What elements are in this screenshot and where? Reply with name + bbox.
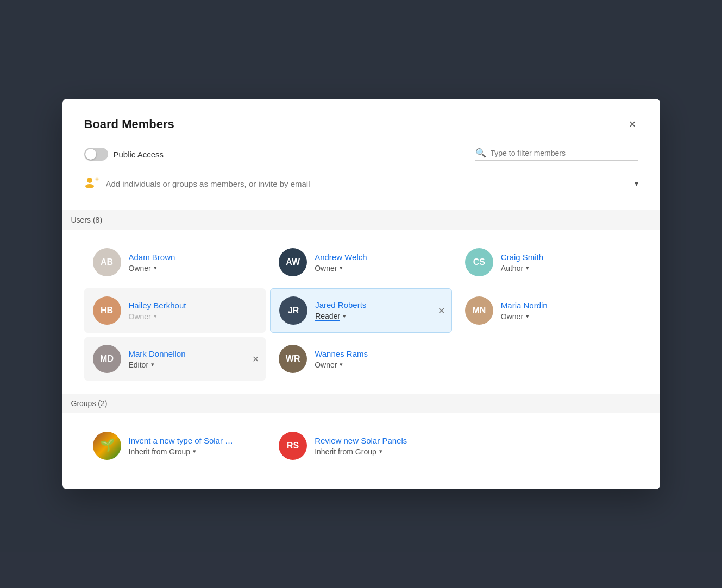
role-label[interactable]: Owner bbox=[315, 361, 337, 369]
filter-search-container: 🔍 bbox=[475, 148, 638, 161]
role-label[interactable]: Reader bbox=[315, 312, 340, 321]
remove-member-button[interactable]: ✕ bbox=[438, 306, 445, 316]
member-card: JR Jared Roberts Reader ▾ ✕ bbox=[270, 288, 452, 333]
group-card: RS Review new Solar Panels Inherit from … bbox=[270, 424, 452, 467]
svg-text:🌱: 🌱 bbox=[99, 438, 115, 452]
remove-member-button[interactable]: ✕ bbox=[252, 354, 259, 364]
group-info: Invent a new type of Solar … Inherit fro… bbox=[129, 436, 234, 456]
role-label[interactable]: Owner bbox=[315, 264, 337, 273]
modal-title: Board Members bbox=[84, 117, 174, 131]
member-info: Craig Smith Author ▾ bbox=[501, 252, 630, 273]
role-chevron-icon[interactable]: ▾ bbox=[340, 264, 343, 271]
modal-header: Board Members × bbox=[84, 116, 638, 132]
group-role-chevron-icon[interactable]: ▾ bbox=[379, 448, 382, 455]
role-chevron-icon[interactable]: ▾ bbox=[526, 313, 529, 320]
close-button[interactable]: × bbox=[627, 116, 638, 132]
group-name[interactable]: Invent a new type of Solar … bbox=[129, 436, 234, 445]
group-name[interactable]: Review new Solar Panels bbox=[315, 436, 407, 445]
member-info: Hailey Berkhout Owner ▾ bbox=[129, 301, 258, 321]
group-role: Inherit from Group ▾ bbox=[129, 447, 234, 456]
role-chevron-icon[interactable]: ▾ bbox=[154, 264, 157, 271]
users-grid: AB Adam Brown Owner ▾ AW Andrew Welch Ow… bbox=[84, 241, 638, 381]
group-role-chevron-icon[interactable]: ▾ bbox=[193, 448, 196, 455]
role-chevron-icon[interactable]: ▾ bbox=[154, 313, 157, 320]
member-info: Maria Nordin Owner ▾ bbox=[501, 301, 630, 321]
add-members-input[interactable] bbox=[106, 179, 628, 188]
add-members-chevron-icon: ▾ bbox=[635, 179, 638, 188]
member-info: Wannes Rams Owner ▾ bbox=[315, 349, 443, 369]
group-info: Review new Solar Panels Inherit from Gro… bbox=[315, 436, 407, 456]
member-role: Owner ▾ bbox=[315, 264, 443, 273]
member-info: Mark Donnellon Editor ▾ bbox=[129, 349, 258, 369]
member-role: Reader ▾ bbox=[315, 312, 443, 321]
member-name[interactable]: Adam Brown bbox=[129, 252, 258, 262]
member-card: MD Mark Donnellon Editor ▾ ✕ bbox=[84, 337, 266, 381]
public-access-control: Public Access bbox=[84, 148, 164, 161]
member-role: Owner ▾ bbox=[315, 361, 443, 369]
role-label[interactable]: Author bbox=[501, 264, 523, 273]
groups-grid: 🌱 Invent a new type of Solar … Inherit f… bbox=[84, 424, 638, 467]
groups-section-label: Groups (2) bbox=[71, 399, 108, 408]
users-section-label: Users (8) bbox=[71, 216, 103, 224]
role-label[interactable]: Owner bbox=[129, 312, 151, 321]
member-name[interactable]: Hailey Berkhout bbox=[129, 301, 258, 310]
role-chevron-icon[interactable]: ▾ bbox=[526, 264, 529, 271]
role-label[interactable]: Owner bbox=[129, 264, 151, 273]
users-section-header: Users (8) bbox=[62, 210, 660, 230]
member-name[interactable]: Maria Nordin bbox=[501, 301, 630, 310]
filter-input[interactable] bbox=[491, 149, 638, 157]
member-role: Owner ▾ bbox=[129, 264, 258, 273]
member-name[interactable]: Andrew Welch bbox=[315, 252, 443, 262]
member-role: Owner ▾ bbox=[129, 312, 258, 321]
member-info: Adam Brown Owner ▾ bbox=[129, 252, 258, 273]
search-icon: 🔍 bbox=[475, 148, 486, 158]
role-chevron-icon[interactable]: ▾ bbox=[343, 313, 346, 320]
member-role: Author ▾ bbox=[501, 264, 630, 273]
member-role: Owner ▾ bbox=[501, 312, 630, 321]
role-chevron-icon[interactable]: ▾ bbox=[151, 361, 154, 368]
public-access-label: Public Access bbox=[114, 150, 164, 159]
public-access-toggle[interactable] bbox=[84, 148, 108, 161]
add-members-row: + ▾ bbox=[84, 176, 638, 197]
member-name[interactable]: Mark Donnellon bbox=[129, 349, 258, 358]
member-card: WR Wannes Rams Owner ▾ bbox=[270, 337, 452, 381]
member-card: MN Maria Nordin Owner ▾ bbox=[456, 288, 638, 333]
add-members-icon: + bbox=[84, 176, 99, 191]
group-role: Inherit from Group ▾ bbox=[315, 447, 407, 456]
member-info: Andrew Welch Owner ▾ bbox=[315, 252, 443, 273]
member-info: Jared Roberts Reader ▾ bbox=[315, 300, 443, 321]
member-card: CS Craig Smith Author ▾ bbox=[456, 241, 638, 284]
member-card: AW Andrew Welch Owner ▾ bbox=[270, 241, 452, 284]
role-label[interactable]: Owner bbox=[501, 312, 523, 321]
group-role-label[interactable]: Inherit from Group bbox=[129, 447, 191, 456]
member-name[interactable]: Wannes Rams bbox=[315, 349, 443, 358]
groups-section-header: Groups (2) bbox=[62, 394, 660, 413]
member-card: AB Adam Brown Owner ▾ bbox=[84, 241, 266, 284]
role-label[interactable]: Editor bbox=[129, 361, 149, 369]
svg-text:+: + bbox=[95, 176, 99, 183]
member-name[interactable]: Jared Roberts bbox=[315, 300, 443, 309]
svg-point-0 bbox=[87, 178, 92, 183]
group-card: 🌱 Invent a new type of Solar … Inherit f… bbox=[84, 424, 266, 467]
group-role-label[interactable]: Inherit from Group bbox=[315, 447, 376, 456]
member-card: HB Hailey Berkhout Owner ▾ bbox=[84, 288, 266, 333]
svg-point-1 bbox=[85, 184, 94, 188]
role-chevron-icon[interactable]: ▾ bbox=[340, 361, 343, 368]
member-name[interactable]: Craig Smith bbox=[501, 252, 630, 262]
member-role: Editor ▾ bbox=[129, 361, 258, 369]
board-members-modal: Board Members × Public Access 🔍 + bbox=[62, 99, 660, 489]
backdrop: Board Members × Public Access 🔍 + bbox=[0, 0, 722, 588]
controls-row: Public Access 🔍 bbox=[84, 148, 638, 161]
